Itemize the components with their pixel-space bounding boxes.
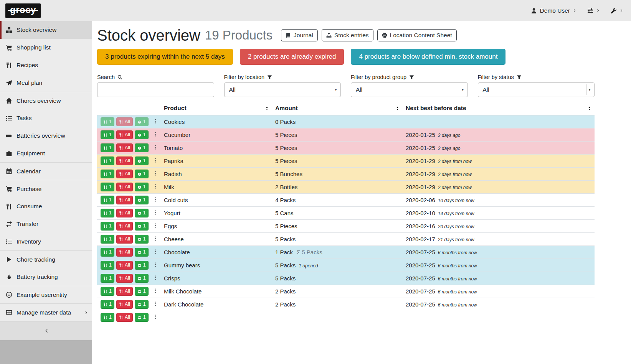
sidebar-item-label: Shopping list bbox=[17, 44, 88, 51]
open-one-button[interactable]: 1 bbox=[135, 170, 149, 178]
app-logo[interactable]: grocy bbox=[5, 3, 41, 18]
open-one-button[interactable]: 1 bbox=[135, 222, 149, 231]
consume-all-button[interactable]: All bbox=[116, 143, 133, 152]
open-one-button[interactable]: 1 bbox=[135, 300, 149, 309]
sidebar-item-shopping-list[interactable]: Shopping list bbox=[0, 39, 92, 56]
consume-all-button[interactable]: All bbox=[116, 156, 133, 165]
sidebar-item-purchase[interactable]: Purchase bbox=[0, 180, 92, 198]
consume-all-button[interactable]: All bbox=[116, 183, 133, 191]
row-menu-button[interactable] bbox=[151, 313, 159, 322]
column-header-next-best-before-date[interactable]: Next best before date bbox=[403, 102, 595, 115]
consume-one-button[interactable]: 1 bbox=[101, 183, 114, 191]
consume-one-button[interactable]: 1 bbox=[101, 261, 114, 270]
search-input[interactable] bbox=[97, 82, 214, 97]
consume-one-button[interactable]: 1 bbox=[101, 235, 114, 244]
row-menu-button[interactable] bbox=[151, 235, 159, 244]
open-one-button[interactable]: 1 bbox=[135, 287, 149, 296]
open-one-button[interactable]: 1 bbox=[135, 143, 149, 152]
consume-one-button[interactable]: 1 bbox=[101, 313, 114, 322]
sidebar-item-battery-tracking[interactable]: Battery tracking bbox=[0, 268, 92, 286]
open-one-button[interactable]: 1 bbox=[135, 274, 149, 283]
sidebar-item-transfer[interactable]: Transfer bbox=[0, 215, 92, 233]
column-header-amount[interactable]: Amount bbox=[272, 102, 403, 115]
sidebar-item-meal-plan[interactable]: Meal plan bbox=[0, 74, 92, 92]
consume-one-button[interactable]: 1 bbox=[101, 287, 114, 296]
sidebar-item-calendar[interactable]: Calendar bbox=[0, 162, 92, 180]
consume-all-button[interactable]: All bbox=[116, 130, 133, 139]
consume-all-button[interactable]: All bbox=[116, 209, 133, 217]
row-menu-button[interactable] bbox=[151, 143, 159, 152]
journal-button[interactable]: Journal bbox=[281, 29, 318, 41]
row-menu-button[interactable] bbox=[151, 261, 159, 270]
open-one-button[interactable]: 1 bbox=[135, 183, 149, 191]
consume-one-button[interactable]: 1 bbox=[101, 156, 114, 165]
open-one-button[interactable]: 1 bbox=[135, 130, 149, 139]
consume-all-button[interactable]: All bbox=[116, 222, 133, 231]
consume-all-button[interactable]: All bbox=[116, 235, 133, 244]
consume-all-button[interactable]: All bbox=[116, 274, 133, 283]
open-one-button[interactable]: 1 bbox=[135, 313, 149, 322]
row-menu-button[interactable] bbox=[151, 117, 159, 126]
consume-one-button[interactable]: 1 bbox=[101, 209, 114, 217]
open-one-button[interactable]: 1 bbox=[135, 156, 149, 165]
open-one-button[interactable]: 1 bbox=[135, 209, 149, 217]
sidebar-item-equipment[interactable]: Equipment bbox=[0, 145, 92, 162]
row-menu-button[interactable] bbox=[151, 287, 159, 296]
product-group-select[interactable]: All ▾ bbox=[351, 82, 468, 97]
below-min-stock-alert[interactable]: 4 products are below defined min. stock … bbox=[351, 49, 505, 65]
consume-one-button[interactable]: 1 bbox=[101, 130, 114, 139]
sidebar-item-recipes[interactable]: Recipes bbox=[0, 56, 92, 74]
consume-all-button[interactable]: All bbox=[116, 170, 133, 178]
consume-one-button[interactable]: 1 bbox=[101, 274, 114, 283]
consume-all-button[interactable]: All bbox=[116, 313, 133, 322]
sidebar-item-stock-overview[interactable]: Stock overview bbox=[0, 21, 92, 39]
row-menu-button[interactable] bbox=[151, 170, 159, 178]
sidebar-item-manage-master-data[interactable]: Manage master data bbox=[0, 303, 92, 321]
consume-one-button[interactable]: 1 bbox=[101, 170, 114, 178]
row-menu-button[interactable] bbox=[151, 196, 159, 204]
column-header-product[interactable]: Product bbox=[161, 102, 272, 115]
open-one-button[interactable]: 1 bbox=[135, 196, 149, 204]
consume-one-button[interactable]: 1 bbox=[101, 248, 114, 257]
user-menu[interactable]: Demo User bbox=[531, 7, 576, 14]
sidebar-item-consume[interactable]: Consume bbox=[0, 198, 92, 215]
consume-all-button[interactable]: All bbox=[116, 248, 133, 257]
admin-menu[interactable] bbox=[611, 8, 623, 14]
row-menu-button[interactable] bbox=[151, 300, 159, 309]
sidebar-collapse-button[interactable] bbox=[0, 321, 92, 340]
open-one-button[interactable]: 1 bbox=[135, 235, 149, 244]
open-one-button[interactable]: 1 bbox=[135, 248, 149, 257]
row-menu-button[interactable] bbox=[151, 274, 159, 283]
location-content-sheet-button[interactable]: Location Content Sheet bbox=[377, 29, 457, 41]
expired-products-alert[interactable]: 2 products are already expired bbox=[240, 49, 344, 65]
stock-entries-button[interactable]: Stock entries bbox=[322, 29, 373, 41]
row-menu-button[interactable] bbox=[151, 183, 159, 191]
consume-one-button[interactable]: 1 bbox=[101, 143, 114, 152]
consume-one-button[interactable]: 1 bbox=[101, 300, 114, 309]
consume-one-button[interactable]: 1 bbox=[101, 117, 114, 126]
sidebar-item-batteries-overview[interactable]: Batteries overview bbox=[0, 127, 92, 145]
row-menu-button[interactable] bbox=[151, 209, 159, 217]
sidebar-item-chores-overview[interactable]: Chores overview bbox=[0, 92, 92, 109]
open-one-button[interactable]: 1 bbox=[135, 261, 149, 270]
consume-one-button[interactable]: 1 bbox=[101, 196, 114, 204]
open-one-button[interactable]: 1 bbox=[135, 117, 149, 126]
settings-menu[interactable] bbox=[587, 8, 600, 14]
row-menu-button[interactable] bbox=[151, 222, 159, 231]
sidebar-item-example-userentity[interactable]: Example userentity bbox=[0, 286, 92, 303]
consume-all-button[interactable]: All bbox=[116, 261, 133, 270]
row-menu-button[interactable] bbox=[151, 248, 159, 257]
consume-all-button[interactable]: All bbox=[116, 196, 133, 204]
consume-all-button[interactable]: All bbox=[116, 287, 133, 296]
status-select[interactable]: All ▾ bbox=[478, 82, 595, 97]
row-menu-button[interactable] bbox=[151, 130, 159, 139]
consume-one-button[interactable]: 1 bbox=[101, 222, 114, 231]
sidebar-item-inventory[interactable]: Inventory bbox=[0, 233, 92, 250]
sidebar-item-tasks[interactable]: Tasks bbox=[0, 109, 92, 127]
location-select[interactable]: All ▾ bbox=[224, 82, 341, 97]
row-menu-button[interactable] bbox=[151, 156, 159, 165]
consume-all-button[interactable]: All bbox=[116, 117, 133, 126]
expiring-products-alert[interactable]: 3 products expiring within the next 5 da… bbox=[97, 49, 233, 65]
sidebar-item-chore-tracking[interactable]: Chore tracking bbox=[0, 250, 92, 268]
consume-all-button[interactable]: All bbox=[116, 300, 133, 309]
